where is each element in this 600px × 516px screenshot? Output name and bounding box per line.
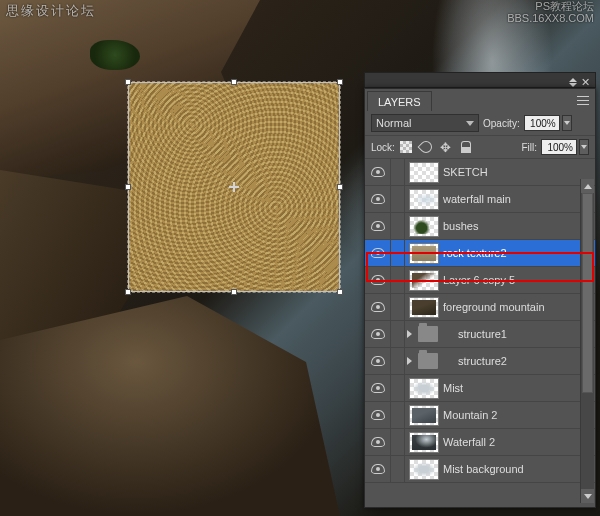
transform-center-icon[interactable]	[229, 182, 239, 192]
group-disclosure-icon[interactable]	[407, 357, 412, 365]
layer-thumbnail[interactable]	[409, 270, 439, 291]
lock-fill-row: Lock: Fill: 100%	[365, 136, 595, 159]
layer-name[interactable]: foreground mountain	[443, 301, 545, 313]
free-transform-bounding-box[interactable]	[128, 82, 340, 292]
layer-name[interactable]: Mist	[443, 382, 463, 394]
lock-icon	[461, 141, 471, 153]
link-column	[391, 456, 405, 482]
layer-thumbnail[interactable]	[409, 189, 439, 210]
layers-panel: LAYERS Normal Opacity: 100% Lock: Fill: …	[364, 88, 596, 508]
fill-input[interactable]: 100%	[541, 139, 577, 155]
layer-name[interactable]: structure2	[458, 355, 507, 367]
menu-icon	[577, 96, 589, 105]
group-disclosure-icon[interactable]	[407, 330, 412, 338]
blend-opacity-row: Normal Opacity: 100%	[365, 111, 595, 136]
layer-row[interactable]: SKETCH	[365, 159, 595, 186]
link-column	[391, 240, 405, 266]
visibility-toggle[interactable]	[365, 159, 391, 185]
layer-name[interactable]: Layer 6 copy 5	[443, 274, 515, 286]
layer-row[interactable]: Mist	[365, 375, 595, 402]
layer-thumbnail[interactable]	[409, 378, 439, 399]
scroll-down-button[interactable]	[581, 489, 594, 503]
layer-name[interactable]: SKETCH	[443, 166, 488, 178]
eye-icon	[371, 410, 385, 420]
layer-row[interactable]: waterfall main	[365, 186, 595, 213]
visibility-toggle[interactable]	[365, 213, 391, 239]
lock-label: Lock:	[371, 142, 395, 153]
layer-name[interactable]: Mountain 2	[443, 409, 497, 421]
blend-mode-select[interactable]: Normal	[371, 114, 479, 132]
dropdown-caret-icon	[466, 121, 474, 126]
layer-row[interactable]: Mist background	[365, 456, 595, 483]
eye-icon	[371, 275, 385, 285]
layer-thumbnail[interactable]	[409, 459, 439, 480]
lock-image-pixels-button[interactable]	[419, 140, 433, 154]
layer-row[interactable]: Layer 6 copy 5	[365, 267, 595, 294]
eye-icon	[371, 437, 385, 447]
layers-tab[interactable]: LAYERS	[367, 91, 432, 111]
visibility-toggle[interactable]	[365, 348, 391, 374]
fill-label: Fill:	[521, 142, 537, 153]
transform-handle-bottom-right[interactable]	[337, 289, 343, 295]
fill-slider-button[interactable]	[579, 139, 589, 155]
transform-handle-top-left[interactable]	[125, 79, 131, 85]
scroll-thumb[interactable]	[582, 193, 593, 393]
transform-handle-middle-left[interactable]	[125, 184, 131, 190]
visibility-toggle[interactable]	[365, 240, 391, 266]
layer-thumbnail[interactable]	[409, 216, 439, 237]
lock-position-button[interactable]	[439, 140, 453, 154]
layer-row[interactable]: rock texture2	[365, 240, 595, 267]
panel-menu-button[interactable]	[571, 91, 595, 111]
transparency-icon	[400, 141, 412, 153]
layer-name[interactable]: structure1	[458, 328, 507, 340]
link-column	[391, 213, 405, 239]
visibility-toggle[interactable]	[365, 294, 391, 320]
layers-scrollbar[interactable]	[580, 179, 594, 503]
collapse-panels-icon[interactable]	[569, 78, 577, 82]
transform-handle-middle-right[interactable]	[337, 184, 343, 190]
layer-name[interactable]: Mist background	[443, 463, 524, 475]
visibility-toggle[interactable]	[365, 321, 391, 347]
transform-handle-top-right[interactable]	[337, 79, 343, 85]
visibility-toggle[interactable]	[365, 456, 391, 482]
lock-transparent-pixels-button[interactable]	[399, 140, 413, 154]
layer-row[interactable]: Mountain 2	[365, 402, 595, 429]
scroll-up-button[interactable]	[581, 179, 594, 193]
layer-row[interactable]: bushes	[365, 213, 595, 240]
eye-icon	[371, 356, 385, 366]
layer-name[interactable]: rock texture2	[443, 247, 507, 259]
lock-all-button[interactable]	[459, 140, 473, 154]
visibility-toggle[interactable]	[365, 402, 391, 428]
transform-handle-bottom-middle[interactable]	[231, 289, 237, 295]
layer-thumbnail[interactable]	[409, 432, 439, 453]
opacity-input[interactable]: 100%	[524, 115, 560, 131]
layer-thumbnail[interactable]	[409, 405, 439, 426]
layer-thumbnail[interactable]	[409, 297, 439, 318]
layer-name[interactable]: bushes	[443, 220, 478, 232]
link-column	[391, 429, 405, 455]
layer-name[interactable]: waterfall main	[443, 193, 511, 205]
visibility-toggle[interactable]	[365, 429, 391, 455]
eye-icon	[371, 464, 385, 474]
visibility-toggle[interactable]	[365, 186, 391, 212]
layer-row[interactable]: Waterfall 2	[365, 429, 595, 456]
layer-thumbnail[interactable]	[409, 243, 439, 264]
link-column	[391, 186, 405, 212]
transform-handle-bottom-left[interactable]	[125, 289, 131, 295]
opacity-slider-button[interactable]	[562, 115, 572, 131]
layer-name[interactable]: Waterfall 2	[443, 436, 495, 448]
layer-thumbnail[interactable]	[409, 162, 439, 183]
transform-handle-top-middle[interactable]	[231, 79, 237, 85]
watermark-right: PS教程论坛 BBS.16XX8.COM	[507, 0, 594, 24]
layer-row[interactable]: foreground mountain	[365, 294, 595, 321]
link-column	[391, 375, 405, 401]
painting-rock-shape	[0, 296, 340, 516]
panel-tabs: LAYERS	[365, 89, 595, 111]
layer-row[interactable]: structure2	[365, 348, 595, 375]
layer-row[interactable]: structure1	[365, 321, 595, 348]
watermark-right-top: PS教程论坛	[507, 0, 594, 12]
watermark-left: 思缘设计论坛	[6, 2, 96, 20]
visibility-toggle[interactable]	[365, 375, 391, 401]
close-panel-group-icon[interactable]: ✕	[581, 76, 591, 84]
visibility-toggle[interactable]	[365, 267, 391, 293]
